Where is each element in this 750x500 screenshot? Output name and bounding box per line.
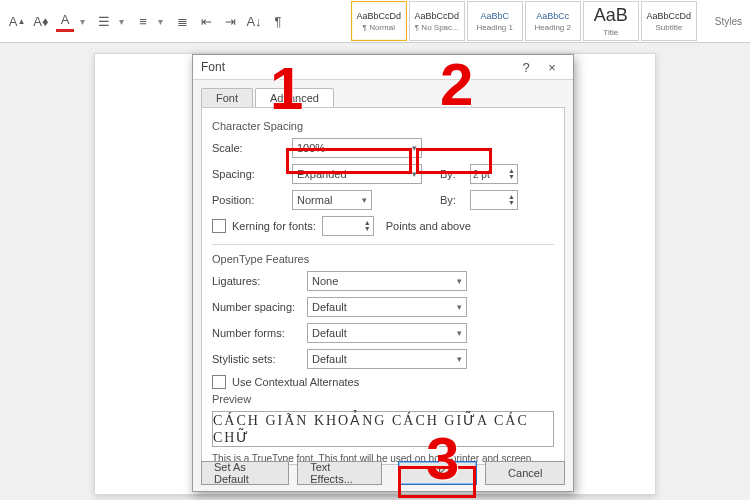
font-size-up-icon[interactable]: A▲	[8, 12, 26, 30]
dialog-tabs: Font Advanced	[201, 88, 565, 107]
annotation-rect-by	[416, 148, 492, 174]
numbering-icon[interactable]: ≡	[134, 12, 152, 30]
annotation-3: 3	[426, 424, 459, 493]
group-character-spacing: Character Spacing	[212, 120, 554, 132]
annotation-2: 2	[440, 50, 473, 119]
dialog-buttons: Set As Default Text Effects... OK Cancel	[201, 461, 565, 485]
kerning-row: Kerning for fonts: ▲▼ Points and above	[212, 216, 554, 236]
kerning-unit: Points and above	[386, 220, 471, 232]
show-marks-icon[interactable]: ¶	[269, 12, 287, 30]
increase-indent-icon[interactable]: ⇥	[221, 12, 239, 30]
ligatures-combo[interactable]: None▾	[307, 271, 467, 291]
number-spacing-combo[interactable]: Default▾	[307, 297, 467, 317]
position-by-label: By:	[440, 194, 464, 206]
dialog-title: Font	[201, 60, 225, 74]
text-effects-button[interactable]: Text Effects...	[297, 461, 382, 485]
style-subtitle[interactable]: AaBbCcDdSubtitle	[641, 1, 697, 41]
preview-box: CÁCH GIÃN KHOẢNG CÁCH GIỮA CÁC CHỮ	[212, 411, 554, 447]
number-spacing-label: Number spacing:	[212, 301, 307, 313]
style-heading2[interactable]: AaBbCcHeading 2	[525, 1, 581, 41]
kerning-spinner[interactable]: ▲▼	[322, 216, 374, 236]
chevron-down-icon: ▼	[508, 174, 515, 180]
scale-label: Scale:	[212, 142, 292, 154]
group-opentype: OpenType Features	[212, 253, 554, 265]
kerning-checkbox[interactable]	[212, 219, 226, 233]
number-forms-label: Number forms:	[212, 327, 307, 339]
style-title[interactable]: AaBTitle	[583, 1, 639, 41]
multilevel-icon[interactable]: ≣	[173, 12, 191, 30]
bullets-icon[interactable]: ☰	[95, 12, 113, 30]
styles-group-label: Styles	[715, 16, 742, 27]
close-button[interactable]: ×	[539, 60, 565, 75]
clear-format-icon[interactable]: A♦	[32, 12, 50, 30]
style-normal[interactable]: AaBbCcDd¶ Normal	[351, 1, 407, 41]
contextual-alternates-checkbox[interactable]	[212, 375, 226, 389]
style-heading1[interactable]: AaBbCHeading 1	[467, 1, 523, 41]
decrease-indent-icon[interactable]: ⇤	[197, 12, 215, 30]
font-color-icon[interactable]: A	[56, 11, 74, 32]
chevron-down-icon: ▾	[362, 195, 367, 205]
stylistic-sets-combo[interactable]: Default▾	[307, 349, 467, 369]
help-button[interactable]: ?	[513, 60, 539, 75]
position-combo[interactable]: Normal▾	[292, 190, 372, 210]
position-by-spinner[interactable]: ▲▼	[470, 190, 518, 210]
dialog-titlebar[interactable]: Font ? ×	[193, 55, 573, 80]
font-dialog: Font ? × Font Advanced Character Spacing…	[192, 54, 574, 492]
stylistic-sets-label: Stylistic sets:	[212, 353, 307, 365]
styles-gallery[interactable]: AaBbCcDd¶ Normal AaBbCcDd¶ No Spac... Aa…	[351, 1, 697, 41]
spacing-label: Spacing:	[212, 168, 292, 180]
contextual-alternates-label: Use Contextual Alternates	[232, 376, 359, 388]
annotation-rect-spacing	[286, 148, 412, 174]
kerning-label: Kerning for fonts:	[232, 220, 316, 232]
cancel-button[interactable]: Cancel	[485, 461, 565, 485]
annotation-1: 1	[270, 54, 303, 123]
preview-label: Preview	[212, 393, 554, 405]
position-label: Position:	[212, 194, 292, 206]
number-forms-combo[interactable]: Default▾	[307, 323, 467, 343]
ligatures-label: Ligatures:	[212, 275, 307, 287]
set-default-button[interactable]: Set As Default	[201, 461, 289, 485]
sort-icon[interactable]: A↓	[245, 12, 263, 30]
ribbon-partial: A▲ A♦ A ▾ ☰ ▾ ≡ ▾ ≣ ⇤ ⇥ A↓ ¶ AaBbCcDd¶ N…	[0, 0, 750, 43]
style-nospacing[interactable]: AaBbCcDd¶ No Spac...	[409, 1, 465, 41]
tab-font[interactable]: Font	[201, 88, 253, 107]
